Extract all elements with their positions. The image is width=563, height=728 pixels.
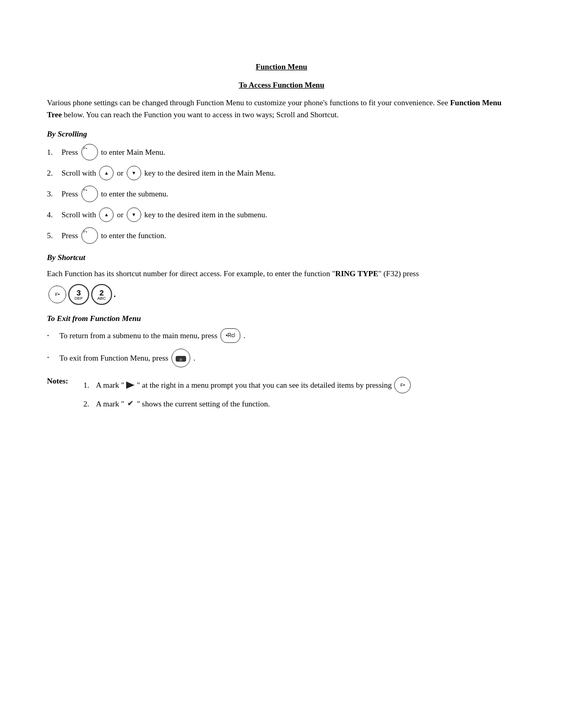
rcl-key: •Rcl bbox=[221, 328, 240, 343]
svg-text:✆: ✆ bbox=[179, 358, 182, 362]
2abc-key: 2ABC bbox=[91, 284, 112, 305]
shortcut-text: Each Function has its shortcut number fo… bbox=[47, 267, 516, 280]
fn-key-3: F• bbox=[81, 186, 98, 202]
intro-text: Various phone settings can be changed th… bbox=[47, 97, 516, 120]
up-key-4: ▲ bbox=[99, 207, 114, 222]
step-2: 2. Scroll with ▲ or ▼ key to the desired… bbox=[47, 166, 516, 180]
bullet-dot-2: · bbox=[47, 350, 57, 365]
down-key-2: ▼ bbox=[127, 166, 141, 180]
exit-bullets: · To return from a submenu to the main m… bbox=[47, 328, 516, 367]
exit-bullet-1-text: To return from a submenu to the main men… bbox=[59, 328, 246, 343]
note-2-text: A mark " ✔ " shows the current setting o… bbox=[96, 398, 270, 410]
3def-key: 3DEF bbox=[68, 284, 89, 305]
step-4-num: 4. bbox=[47, 208, 62, 221]
check-mark: ✔ bbox=[127, 398, 133, 410]
arrow-mark bbox=[126, 381, 135, 389]
exit-heading: To Exit from Function Menu bbox=[47, 314, 516, 323]
step-3-num: 3. bbox=[47, 188, 62, 200]
section-title: To Access Function Menu bbox=[47, 81, 516, 90]
step-1-num: 1. bbox=[47, 146, 62, 158]
exit-section: To Exit from Function Menu · To return f… bbox=[47, 314, 516, 367]
svg-marker-2 bbox=[126, 381, 134, 389]
step-2-num: 2. bbox=[47, 167, 62, 179]
shortcut-heading: By Shortcut bbox=[47, 253, 516, 262]
notes-items: 1. A mark " " at the right in a menu pro… bbox=[83, 377, 516, 414]
step-5-text: Press F• to enter the function. bbox=[62, 227, 166, 244]
period-mark: . bbox=[114, 290, 116, 299]
shortcut-keys: F• 3DEF 2ABC . bbox=[48, 284, 516, 305]
note-1-num: 1. bbox=[83, 379, 96, 391]
exit-bullet-2-text: To exit from Function Menu, press ✆ . bbox=[59, 349, 195, 367]
up-key-2: ▲ bbox=[99, 166, 114, 180]
step-4: 4. Scroll with ▲ or ▼ key to the desired… bbox=[47, 207, 516, 222]
end-key-icon: ✆ bbox=[175, 354, 187, 362]
end-key: ✆ bbox=[172, 349, 190, 367]
exit-bullet-2: · To exit from Function Menu, press ✆ . bbox=[47, 349, 516, 367]
fn-key-1: F• bbox=[81, 144, 98, 161]
step-1-text: Press F• to enter Main Menu. bbox=[62, 144, 165, 161]
bullet-dot-1: · bbox=[47, 328, 57, 343]
scrolling-heading: By Scrolling bbox=[47, 130, 516, 139]
fn-key-shortcut: F• bbox=[48, 286, 66, 303]
note-2-num: 2. bbox=[83, 398, 96, 410]
step-3: 3. Press F• to enter the submenu. bbox=[47, 186, 516, 202]
scrolling-section: By Scrolling 1. Press F• to enter Main M… bbox=[47, 130, 516, 244]
step-2-text: Scroll with ▲ or ▼ key to the desired it… bbox=[62, 166, 276, 180]
fn-key-5: F• bbox=[81, 227, 98, 244]
notes-section: Notes: 1. A mark " " at the right in a m… bbox=[47, 377, 516, 414]
down-key-4: ▼ bbox=[127, 207, 141, 222]
page-title: Function Menu bbox=[47, 63, 516, 71]
exit-bullet-1: · To return from a submenu to the main m… bbox=[47, 328, 516, 343]
steps-list: 1. Press F• to enter Main Menu. 2. Scrol… bbox=[47, 144, 516, 244]
notes-label: Notes: bbox=[47, 377, 83, 386]
note-1: 1. A mark " " at the right in a menu pro… bbox=[83, 377, 516, 393]
step-3-text: Press F• to enter the submenu. bbox=[62, 186, 168, 202]
note-2: 2. A mark " ✔ " shows the current settin… bbox=[83, 398, 516, 410]
step-5: 5. Press F• to enter the function. bbox=[47, 227, 516, 244]
step-1: 1. Press F• to enter Main Menu. bbox=[47, 144, 516, 161]
fn-key-note1: F• bbox=[394, 377, 411, 393]
notes-row: Notes: 1. A mark " " at the right in a m… bbox=[47, 377, 516, 414]
note-1-text: A mark " " at the right in a menu prompt… bbox=[96, 377, 412, 393]
shortcut-section: By Shortcut Each Function has its shortc… bbox=[47, 253, 516, 305]
arrow-mark-svg bbox=[126, 381, 134, 389]
step-4-text: Scroll with ▲ or ▼ key to the desired it… bbox=[62, 207, 267, 222]
step-5-num: 5. bbox=[47, 229, 62, 242]
